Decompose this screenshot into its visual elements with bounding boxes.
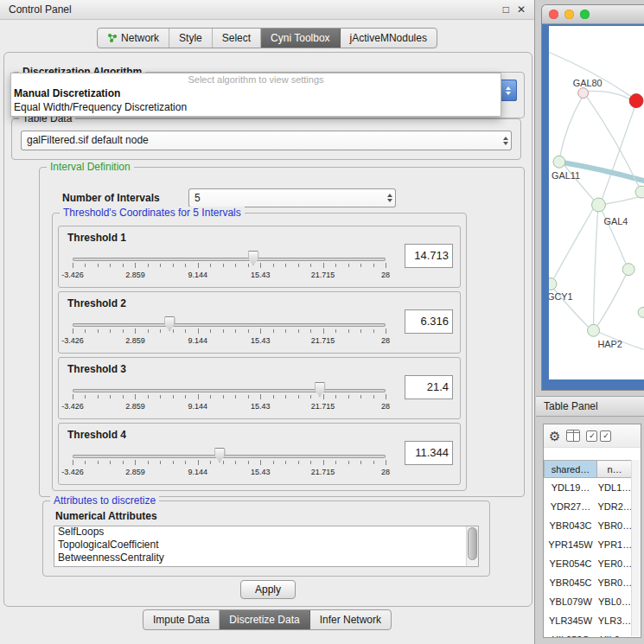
table-cell[interactable]: YDR27… (545, 497, 597, 516)
threshold-slider[interactable]: -3.4262.8599.14415.4321.71528 (73, 448, 386, 481)
table-cell[interactable]: YBR0… (597, 573, 633, 592)
network-node-gal4[interactable] (592, 198, 606, 212)
network-node[interactable] (635, 186, 644, 198)
table-data-combobox[interactable]: galFiltered.sif default node (21, 131, 512, 150)
table-row[interactable]: YDL19…YDL1… (545, 478, 633, 498)
network-node-gal80[interactable] (578, 88, 589, 99)
apply-button[interactable]: Apply (240, 580, 296, 599)
network-edge[interactable] (554, 208, 594, 278)
tab-discretize-data[interactable]: Discretize Data (220, 610, 309, 629)
gear-icon[interactable]: ⚙ (549, 430, 560, 443)
network-edge[interactable] (602, 108, 634, 199)
tab-label: Style (179, 32, 202, 44)
table-cell[interactable]: YBR043C (545, 516, 597, 535)
table-panel-header[interactable]: Table Panel (536, 396, 644, 417)
table-toolbar: ⚙ ✓ ✓ (544, 424, 641, 448)
tab-jactivemnodules[interactable]: jActiveMNodules (341, 29, 437, 48)
tab-cyni-toolbox[interactable]: Cyni Toolbox (261, 29, 340, 48)
table-cell[interactable]: YLR345W (545, 611, 597, 630)
select-all-checkbox-icon[interactable]: ✓ (586, 430, 597, 442)
table-row[interactable]: YBR045CYBR0… (545, 573, 633, 592)
tab-impute-data[interactable]: Impute Data (143, 610, 220, 629)
table-cell[interactable]: YER0… (597, 554, 633, 573)
table-cell[interactable]: YIL0… (597, 630, 633, 638)
network-node[interactable] (629, 94, 643, 108)
table-row[interactable]: YBL079WYBL0… (545, 592, 633, 611)
zoom-traffic-light[interactable] (580, 10, 590, 19)
network-edge[interactable] (597, 275, 626, 326)
tab-style[interactable]: Style (169, 29, 213, 48)
tab-label: jActiveMNodules (350, 32, 427, 44)
node-table: shared… n… YDL19…YDL1…YDR27…YDR2…YBR043C… (544, 460, 633, 638)
network-node[interactable] (622, 264, 634, 276)
network-edge[interactable] (549, 50, 631, 97)
network-edge[interactable] (560, 99, 582, 156)
table-cell[interactable]: YIL052C (545, 630, 597, 638)
tab-select[interactable]: Select (213, 29, 261, 48)
threshold-slider[interactable]: -3.4262.8599.14415.4321.71528 (73, 251, 386, 284)
slider-track[interactable] (73, 258, 386, 261)
network-edge[interactable] (594, 212, 598, 324)
table-cell[interactable]: YLR3… (597, 611, 633, 630)
attributes-list[interactable]: SelfLoopsTopologicalCoefficientBetweenne… (54, 526, 479, 567)
network-node-gal11[interactable] (553, 156, 565, 168)
network-edge[interactable] (587, 91, 631, 99)
scrollbar-thumb[interactable] (468, 527, 477, 560)
close-traffic-light[interactable] (549, 10, 558, 19)
table-cell[interactable]: YDL1… (597, 478, 633, 498)
popup-option-manual-discretization[interactable]: Manual Discretization (11, 86, 501, 100)
network-edge[interactable] (605, 197, 638, 204)
threshold-slider[interactable]: -3.4262.8599.14415.4321.71528 (73, 382, 386, 415)
minimize-traffic-light[interactable] (564, 10, 574, 19)
network-window-titlebar[interactable] (542, 5, 644, 24)
table-cell[interactable]: YER054C (545, 554, 597, 573)
column-header-shared-name[interactable]: shared… (545, 461, 597, 478)
threshold-value-field[interactable]: 6.316 (405, 309, 453, 334)
table-cell[interactable]: YBR045C (545, 573, 597, 592)
table-cell[interactable]: YPR145W (545, 535, 597, 554)
threshold-value-field[interactable]: 11.344 (405, 441, 453, 465)
table-row[interactable]: YIL052CYIL0… (545, 630, 633, 638)
slider-track[interactable] (73, 455, 386, 458)
select-none-checkbox-icon[interactable]: ✓ (600, 430, 611, 442)
attribute-list-item[interactable]: TopologicalCoefficient (54, 539, 479, 552)
column-header-name[interactable]: n… (597, 461, 633, 478)
attribute-list-item[interactable]: BetweennessCentrality (54, 552, 479, 564)
network-canvas[interactable]: GAL80GAL11GAL4GCY1HAP2 (549, 26, 644, 379)
table-row[interactable]: YDR27…YDR2… (545, 497, 633, 516)
threshold-value-field[interactable]: 14.713 (405, 244, 453, 268)
combobox-stepper-icon[interactable] (503, 137, 508, 145)
table-cell[interactable]: YPR1… (597, 535, 633, 554)
slider-track[interactable] (73, 389, 386, 392)
combobox-stepper-icon[interactable] (387, 194, 392, 202)
attribute-list-item[interactable]: SelfLoops (54, 526, 479, 539)
table-cell[interactable]: YBR0… (597, 516, 633, 535)
table-scrollbar[interactable] (631, 460, 640, 636)
table-row[interactable]: YPR145WYPR1… (545, 535, 633, 554)
table-cell[interactable]: YDL19… (545, 478, 597, 498)
network-node-gcy1[interactable] (549, 278, 557, 290)
close-icon[interactable]: ✕ (517, 3, 526, 16)
popup-option-equal-width-frequency[interactable]: Equal Width/Frequency Discretization (11, 100, 501, 114)
threshold-slider[interactable]: -3.4262.8599.14415.4321.71528 (73, 316, 386, 349)
group-label: Interval Definition (47, 161, 134, 173)
network-node-hap2[interactable] (588, 324, 600, 336)
table-cell[interactable]: YDR2… (597, 497, 633, 516)
slider-track[interactable] (73, 323, 386, 327)
list-scrollbar[interactable] (466, 526, 478, 566)
table-row[interactable]: YBR043CYBR0… (545, 516, 633, 535)
table-cell[interactable]: YBL079W (545, 592, 597, 611)
tab-infer-network[interactable]: Infer Network (310, 610, 391, 629)
table-row[interactable]: YLR345WYLR3… (545, 611, 633, 630)
tab-network[interactable]: Network (98, 29, 169, 48)
float-window-icon[interactable]: □ (503, 3, 509, 16)
top-tabbar: Network Style Select Cyni Toolbox jActiv… (97, 28, 437, 48)
table-cell[interactable]: YBL0… (597, 592, 633, 611)
number-of-intervals-combobox[interactable]: 5 (188, 188, 396, 207)
threshold-value-field[interactable]: 21.4 (405, 375, 453, 399)
table-panel-title: Table Panel (544, 400, 598, 412)
table-row[interactable]: YER054CYER0… (545, 554, 633, 573)
combobox-stepper-icon[interactable] (500, 80, 517, 101)
network-node[interactable] (638, 307, 644, 317)
columns-icon[interactable] (566, 430, 580, 442)
